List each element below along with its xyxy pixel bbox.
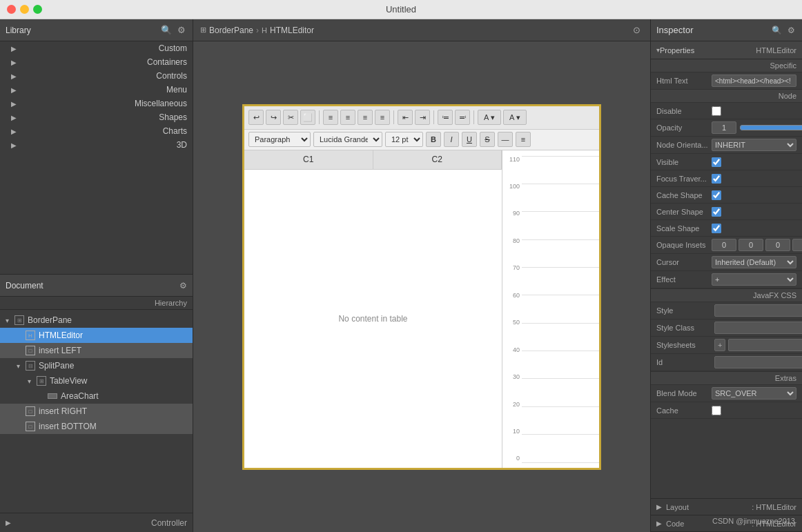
size-select[interactable]: 12 pt [385, 132, 423, 147]
blend-mode-select[interactable]: SRC_OVER ADD MULTIPLY [712, 387, 796, 400]
tree-item-splitpane[interactable]: ▾ ⊟ SplitPane [0, 358, 193, 373]
library-options-button[interactable]: ⚙ [176, 23, 187, 37]
library-search-button[interactable]: 🔍 [159, 23, 173, 37]
library-item-containers[interactable]: ▶ Containers [0, 55, 193, 69]
library-item-label: Charts [22, 126, 187, 136]
opacity-slider[interactable] [739, 123, 802, 132]
strikethrough-button[interactable]: S [480, 132, 495, 147]
node-orient-select[interactable]: INHERIT LEFT_TO_RIGHT RIGHT_TO_LEFT [712, 139, 796, 151]
he-align-left-button[interactable]: ≡ [323, 110, 338, 125]
inset-right[interactable] [739, 239, 763, 251]
minimize-button[interactable] [20, 5, 29, 14]
align2-button[interactable]: ≡ [516, 132, 531, 147]
he-align-justify-button[interactable]: ≡ [375, 110, 390, 125]
arrow-icon: ▶ [11, 100, 18, 107]
layout-tab[interactable]: ▶ Layout : HTMLEditor [651, 499, 802, 515]
underline-button[interactable]: U [462, 132, 477, 147]
specific-group-label: Specific [651, 59, 802, 72]
he-bullets-button[interactable]: ≔ [438, 110, 453, 125]
tree-item-insert-right[interactable]: □ insert RIGHT [0, 404, 193, 419]
he-redo-button[interactable]: ↪ [266, 110, 281, 125]
opacity-input[interactable] [712, 121, 736, 134]
stylesheets-add-button[interactable]: + [714, 339, 725, 351]
he-numbers-button[interactable]: ≕ [455, 110, 470, 125]
he-align-center-button[interactable]: ≡ [340, 110, 355, 125]
library-item-menu[interactable]: ▶ Menu [0, 83, 193, 97]
tree-item-insert-bottom[interactable]: □ insert BOTTOM [0, 419, 193, 434]
focus-checkbox[interactable] [712, 174, 721, 184]
library-item-miscellaneous[interactable]: ▶ Miscellaneous [0, 97, 193, 110]
arrow-icon: ▶ [11, 59, 18, 66]
document-options-button[interactable]: ⚙ [179, 281, 187, 290]
footer-arrow-icon: ▶ [6, 519, 11, 526]
cache-checkbox[interactable] [712, 406, 721, 415]
library-item-label: Miscellaneous [22, 99, 187, 108]
chart-y-label-90: 90 [502, 210, 522, 217]
tree-item-borderpane[interactable]: ▾ ⊞ BorderPane [0, 313, 193, 328]
node-orient-row: Node Orienta... INHERIT LEFT_TO_RIGHT RI… [651, 137, 802, 154]
style-class-input[interactable] [714, 322, 802, 334]
tree-item-areachart[interactable]: AreaChart [0, 388, 193, 404]
opaque-insets-label: Opaque Insets [656, 241, 712, 249]
inset-bottom[interactable] [765, 239, 790, 251]
inspector-title: Inspector [656, 25, 693, 35]
scale-shape-checkbox[interactable] [712, 224, 721, 233]
breadcrumb-item-borderpane[interactable]: BorderPane [209, 26, 253, 35]
italic-button[interactable]: I [444, 132, 459, 147]
collapse-icon: ▾ [17, 362, 25, 370]
focus-label: Focus Traver... [656, 175, 712, 183]
he-copy-button[interactable]: ⬜ [300, 110, 315, 125]
inset-top[interactable] [712, 239, 736, 251]
htmleditor-icon: H [25, 330, 36, 341]
breadcrumb-item-htmleditor[interactable]: HTMLEditor [270, 26, 314, 35]
library-item-controls[interactable]: ▶ Controls [0, 69, 193, 83]
title-bar: Untitled [0, 0, 802, 19]
code-tab-label: Code [666, 520, 684, 528]
code-arrow-icon: ▶ [656, 520, 662, 527]
center-shape-checkbox[interactable] [712, 207, 721, 217]
library-item-charts[interactable]: ▶ Charts [0, 124, 193, 138]
cache-shape-checkbox[interactable] [712, 190, 721, 200]
he-cut-button[interactable]: ✂ [283, 110, 298, 125]
close-button[interactable] [7, 5, 16, 14]
cursor-select[interactable]: Inherited (Default) DEFAULT CROSSHAIR TE… [712, 256, 796, 268]
font-select[interactable]: Lucida Grande [313, 132, 382, 147]
blend-mode-label: Blend Mode [656, 389, 712, 397]
paragraph-select[interactable]: Paragraph [248, 132, 311, 147]
style-input[interactable] [714, 304, 802, 317]
maximize-button[interactable] [33, 5, 42, 14]
cursor-row: Cursor Inherited (Default) DEFAULT CROSS… [651, 254, 802, 271]
toolbar-separator2 [393, 110, 394, 124]
layout-tab-label: Layout [666, 503, 689, 511]
he-undo-button[interactable]: ↩ [248, 110, 264, 125]
tree-item-tableview[interactable]: ▾ ⊞ TableView [0, 373, 193, 388]
inspector-search-button[interactable]: 🔍 [770, 24, 783, 37]
hr-button[interactable]: — [498, 132, 513, 147]
he-indent-more-button[interactable]: ⇥ [415, 110, 430, 125]
inset-left[interactable] [792, 239, 802, 251]
breadcrumb-separator: › [256, 26, 259, 35]
tree-item-htmleditor[interactable]: H HTMLEditor [0, 328, 193, 343]
library-item-3d[interactable]: ▶ 3D [0, 138, 193, 152]
bold-button[interactable]: B [426, 132, 441, 147]
insert-icon: □ [25, 345, 36, 356]
breadcrumb-tool-button[interactable]: ⊙ [630, 23, 643, 37]
effect-select[interactable]: + [712, 273, 796, 286]
he-indent-less-button[interactable]: ⇤ [398, 110, 413, 125]
library-item-custom[interactable]: ▶ Custom [0, 41, 193, 55]
he-align-right-button[interactable]: ≡ [358, 110, 373, 125]
html-text-input[interactable] [712, 75, 796, 87]
inspector-options-button[interactable]: ⚙ [786, 24, 796, 37]
he-color-button[interactable]: A ▾ [478, 110, 501, 125]
breadcrumb-icon: ⊞ [200, 26, 206, 35]
he-bgcolor-button[interactable]: A ▾ [503, 110, 527, 125]
id-input[interactable] [714, 356, 802, 368]
disable-row: Disable [651, 103, 802, 119]
html-text-label: Html Text [656, 77, 712, 85]
window-title: Untitled [386, 4, 416, 14]
tree-item-insert-left[interactable]: □ insert LEFT [0, 343, 193, 358]
library-item-shapes[interactable]: ▶ Shapes [0, 110, 193, 124]
stylesheets-input[interactable] [728, 339, 802, 351]
visible-checkbox[interactable] [712, 157, 721, 167]
disable-checkbox[interactable] [712, 106, 721, 116]
